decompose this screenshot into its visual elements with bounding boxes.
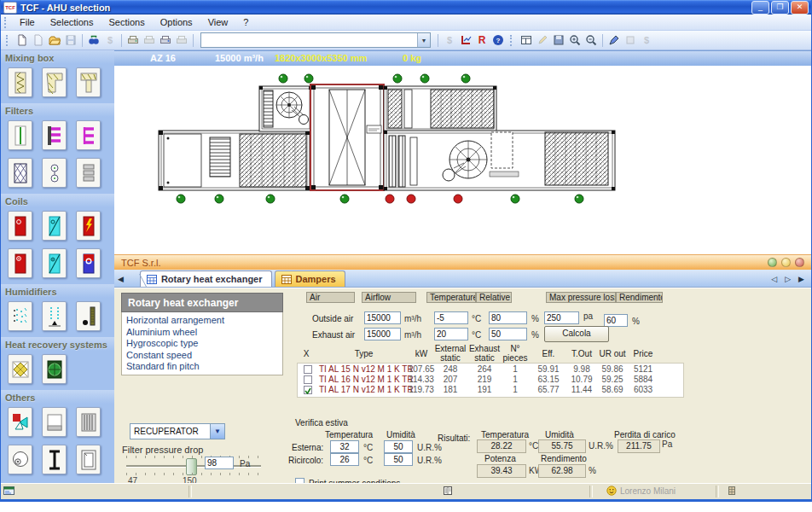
close-button[interactable]: ✕ [791,1,809,15]
report-icon-1[interactable] [125,32,141,48]
rotary-heat-exchanger-section[interactable] [310,84,384,190]
chart-icon[interactable] [458,32,473,48]
louver-section-button[interactable] [76,407,101,437]
tab-nav-first[interactable]: ◀ [118,275,124,283]
price-icon[interactable]: $ [102,32,118,48]
help-icon[interactable]: ? [490,32,506,48]
list-item[interactable]: Hygroscopic type [126,338,282,350]
outside-airflow-input[interactable] [364,311,401,324]
new-document-icon[interactable] [14,32,30,48]
filter-pressure-input[interactable] [205,457,234,469]
exchanger-feature-list[interactable]: Horizontal arrangement Aluminium wheel H… [121,312,283,375]
panel-filter-button[interactable] [8,120,32,150]
autoroll-filter-button[interactable] [42,158,67,188]
chevron-down-icon[interactable]: ▼ [210,424,224,439]
row-checkbox[interactable] [304,375,312,384]
box-icon[interactable] [623,32,638,48]
list-item[interactable]: Standard fin pitch [126,361,282,373]
dollar-icon[interactable]: $ [639,32,654,48]
outside-temp-input[interactable] [434,311,468,324]
plate-exchanger-button[interactable] [8,354,32,384]
menu-sections[interactable]: Sections [102,15,153,29]
list-item[interactable]: Aluminium wheel [126,327,282,339]
tab-nav-prev[interactable]: ◁ [771,275,777,283]
pen-icon[interactable] [606,32,622,48]
open-folder-icon[interactable] [47,32,62,48]
row-checkbox-checked[interactable] [304,386,312,394]
exhaust-intake-section[interactable] [159,131,310,190]
page-icon[interactable] [31,32,46,48]
exhaust-outlet-section[interactable] [384,86,496,131]
metal-filter-button[interactable] [8,158,32,188]
fan-section-button[interactable] [8,445,32,474]
washer-humidifier-button[interactable] [42,301,67,331]
minimize-button[interactable]: _ [751,1,769,15]
hot-water-coil-2-button[interactable] [8,248,32,278]
red-dot-icon[interactable] [795,258,804,267]
row-checkbox[interactable] [304,365,312,374]
exhaust-fan-section[interactable] [259,86,312,131]
report-r-icon[interactable]: R [474,32,490,48]
menu-help[interactable]: ? [235,15,256,29]
drawing-canvas[interactable] [114,66,811,254]
exhaust-temp-input[interactable] [434,328,468,340]
mixing-damper-corner-button[interactable] [42,67,67,97]
list-item[interactable]: Constant speed [126,350,282,362]
carbon-filter-button[interactable] [76,158,101,188]
menu-view[interactable]: View [200,15,236,29]
menu-file[interactable]: File [12,15,43,29]
pencil-icon[interactable] [535,32,550,48]
access-door-button[interactable] [76,445,101,474]
exhaust-rh-input[interactable] [489,328,527,340]
bag-filter-long-button[interactable] [42,120,67,150]
toolbar-grip[interactable] [6,35,10,46]
maximize-button[interactable]: ❐ [771,1,789,15]
title-bar[interactable]: TCF TCF - AHU selection _ ❐ ✕ [1,0,811,15]
green-dot-icon[interactable] [768,258,777,267]
supply-fan-section[interactable] [384,131,615,190]
ricircolo-temp-input[interactable] [330,453,359,466]
toolbar-combobox[interactable]: ▼ [200,32,431,48]
combobox-arrow-icon[interactable]: ▼ [417,33,430,47]
menu-grip[interactable] [4,17,9,28]
toolbar-grip[interactable] [510,35,514,46]
structure-section-button[interactable] [42,445,67,474]
rendimento-input[interactable] [604,314,628,327]
max-loss-input[interactable] [544,311,579,324]
yellow-dot-icon[interactable] [781,258,791,267]
tab-dampers[interactable]: Dampers [275,271,345,287]
cost-icon[interactable]: $ [442,32,457,48]
esterna-temp-input[interactable] [330,440,359,453]
binoculars-icon[interactable] [86,32,102,48]
chilled-water-coil-button[interactable] [42,211,67,241]
table-row[interactable]: TI AL 16 N v12 M 1 K TR 114.33 207 219 1… [297,375,682,385]
esterna-hum-input[interactable] [384,440,413,453]
recuperator-select[interactable]: RECUPERATOR ▼ [130,423,225,439]
steam-coil-button[interactable] [76,248,101,278]
hot-water-coil-button[interactable] [8,211,32,241]
exhaust-airflow-input[interactable] [364,328,401,340]
spray-humidifier-button[interactable] [8,301,32,331]
table-row[interactable]: TI AL 15 N v12 M 1 K TR 107.65 248 264 1… [297,364,682,375]
mixing-damper-vertical-button[interactable] [8,67,32,97]
window-grid-icon[interactable] [519,32,534,48]
report-icon-2[interactable] [142,32,157,48]
tab-nav-last[interactable]: ▶ [798,275,804,283]
bag-filter-button[interactable] [76,120,101,150]
zoom-in-icon[interactable] [567,32,583,48]
calcola-button[interactable]: Calcola [544,326,609,342]
dx-coil-button[interactable] [42,248,67,278]
tab-nav-next[interactable]: ▷ [785,275,791,283]
rotary-exchanger-button[interactable] [42,354,67,384]
menu-selections[interactable]: Selections [43,15,102,29]
tab-rotary-heat-exchanger[interactable]: Rotary heat exchanger [140,271,272,287]
evaporative-humidifier-button[interactable] [76,301,101,331]
panel-header[interactable]: TCF S.r.l. [114,254,811,270]
electric-coil-button[interactable] [76,211,101,241]
ricircolo-hum-input[interactable] [384,453,413,466]
mixing-section-button[interactable] [8,407,32,437]
save-drawing-icon[interactable] [551,32,566,48]
save-icon[interactable] [63,32,78,48]
report-icon-4[interactable] [174,32,189,48]
list-item[interactable]: Horizontal arrangement [126,315,282,327]
